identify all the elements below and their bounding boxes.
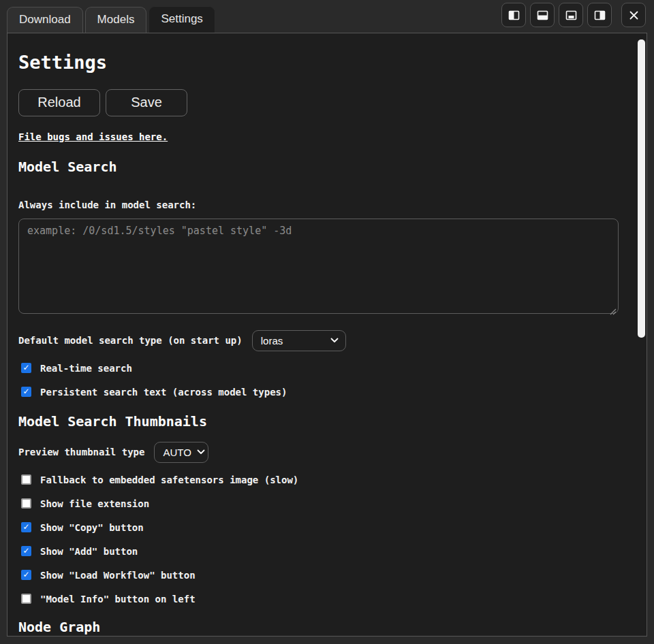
fallback-safetensors-checkbox[interactable] — [21, 474, 31, 485]
checkbox-label: Show "Load Workflow" button — [40, 570, 196, 581]
top-bar: Download Models Settings — [0, 0, 654, 33]
show-load-workflow-checkbox[interactable] — [21, 570, 31, 580]
checkbox-row-persistent-search: Persistent search text (across model typ… — [18, 385, 623, 399]
tab-strip: Download Models Settings — [0, 6, 215, 33]
default-search-type-label: Default model search type (on start up) — [18, 335, 243, 346]
action-button-row: Reload Save — [18, 89, 623, 116]
dock-right-button[interactable] — [587, 3, 612, 27]
checkbox-row-model-info-left: "Model Info" button on left — [18, 592, 623, 606]
chevron-down-icon — [330, 338, 339, 343]
checkbox-label: Show "Add" button — [40, 546, 138, 557]
preview-thumbnail-type-label: Preview thumbnail type — [18, 447, 144, 457]
vertical-scrollbar-thumb[interactable] — [638, 39, 645, 338]
panel-right-icon — [594, 10, 606, 21]
default-search-type-value: loras — [261, 335, 283, 347]
checkbox-row-show-copy-button: Show "Copy" button — [18, 521, 623, 534]
tab-settings[interactable]: Settings — [149, 6, 215, 33]
file-bugs-link[interactable]: File bugs and issues here. — [18, 131, 168, 142]
search-include-textarea[interactable] — [18, 219, 619, 314]
default-search-type-row: Default model search type (on start up) … — [18, 330, 623, 351]
show-file-extension-checkbox[interactable] — [21, 498, 31, 509]
checkbox-label: Persistent search text (across model typ… — [40, 387, 287, 398]
search-include-textarea-wrap — [18, 219, 619, 314]
close-button[interactable] — [621, 3, 646, 27]
checkbox-row-show-load-workflow-button: Show "Load Workflow" button — [18, 568, 623, 582]
preview-thumbnail-type-row: Preview thumbnail type AUTO — [18, 442, 623, 463]
panel-left-icon — [508, 10, 520, 21]
checkbox-row-fallback-safetensors: Fallback to embedded safetensors image (… — [18, 473, 623, 487]
checkbox-row-show-file-extension: Show file extension — [18, 497, 623, 511]
model-search-heading: Model Search — [18, 159, 623, 175]
reload-button[interactable]: Reload — [18, 89, 100, 116]
checkbox-label: Show file extension — [40, 498, 149, 509]
close-icon — [628, 10, 640, 21]
checkbox-row-show-add-button: Show "Add" button — [18, 545, 623, 558]
tab-models[interactable]: Models — [85, 7, 147, 33]
checkbox-label: Show "Copy" button — [40, 522, 144, 533]
chevron-down-icon — [197, 449, 205, 455]
preview-thumbnail-type-select[interactable]: AUTO — [154, 442, 208, 463]
model-info-left-checkbox[interactable] — [21, 594, 31, 604]
vertical-scrollbar-track[interactable] — [636, 33, 647, 636]
persistent-search-checkbox[interactable] — [21, 387, 31, 397]
realtime-search-checkbox[interactable] — [21, 363, 31, 373]
preview-thumbnail-type-value: AUTO — [163, 447, 191, 458]
thumbnails-heading: Model Search Thumbnails — [18, 414, 623, 430]
dock-bottom-small-button[interactable] — [559, 3, 583, 27]
default-search-type-select[interactable]: loras — [252, 330, 346, 351]
page-title: Settings — [18, 52, 623, 73]
panel-bottom-icon — [537, 10, 548, 21]
show-copy-button-checkbox[interactable] — [21, 522, 31, 532]
dock-bottom-button[interactable] — [530, 3, 555, 27]
checkbox-label: Real-time search — [40, 363, 132, 374]
settings-content: Settings Reload Save File bugs and issue… — [7, 33, 636, 636]
tab-download[interactable]: Download — [7, 7, 83, 33]
settings-panel: Settings Reload Save File bugs and issue… — [7, 33, 647, 637]
save-button[interactable]: Save — [106, 89, 187, 116]
panel-bottom-inset-icon — [565, 10, 577, 21]
always-include-label: Always include in model search: — [18, 199, 623, 210]
checkbox-label: "Model Info" button on left — [40, 594, 196, 605]
show-add-button-checkbox[interactable] — [21, 546, 31, 556]
checkbox-row-realtime-search: Real-time search — [18, 361, 623, 375]
window-controls — [501, 3, 654, 33]
dock-left-button[interactable] — [501, 3, 526, 27]
node-graph-heading: Node Graph — [18, 619, 623, 635]
checkbox-label: Fallback to embedded safetensors image (… — [40, 474, 298, 485]
